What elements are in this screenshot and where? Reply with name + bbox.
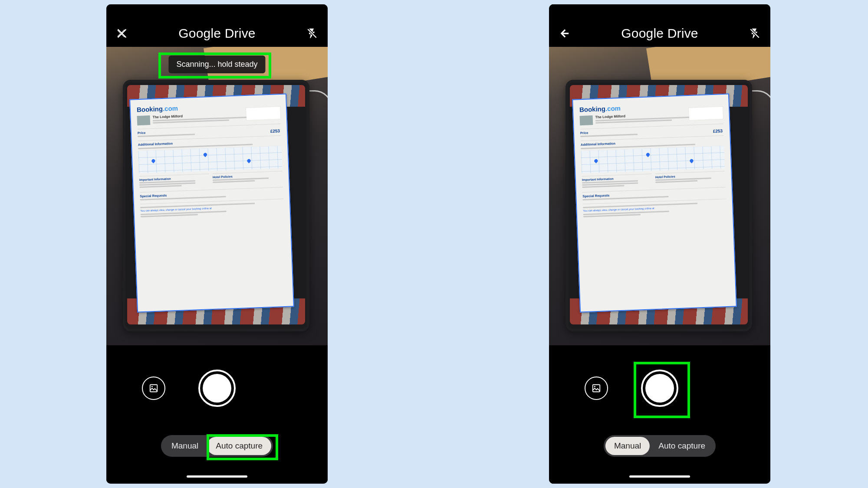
image-icon bbox=[149, 383, 158, 393]
svg-point-3 bbox=[151, 386, 153, 387]
price-value: £253 bbox=[270, 128, 280, 134]
close-icon bbox=[116, 28, 128, 39]
flash-off-icon bbox=[749, 28, 760, 39]
scene-background: Booking.com The Lodge Milford Price £253 bbox=[549, 47, 770, 345]
phone-screenshot-right: Google Drive Booking.com The Lodge Milfo… bbox=[549, 4, 770, 484]
price-value: £253 bbox=[713, 128, 723, 134]
brand-main: Booking bbox=[579, 105, 606, 113]
hotel-thumb bbox=[580, 115, 593, 125]
camera-controls: Manual Auto capture bbox=[549, 345, 770, 484]
flash-off-icon bbox=[306, 28, 318, 39]
shutter-inner bbox=[203, 374, 231, 403]
camera-viewfinder: Booking.com The Lodge Milford Price £253 bbox=[549, 47, 770, 345]
scanned-document: Booking.com The Lodge Milford Price £253 bbox=[129, 94, 294, 313]
gallery-button[interactable] bbox=[585, 377, 608, 400]
image-icon bbox=[592, 383, 601, 393]
manual-mode-pill[interactable]: Manual bbox=[605, 437, 650, 455]
scene-background: Booking.com The Lodge Milford Price £253 bbox=[106, 47, 328, 345]
svg-rect-2 bbox=[150, 385, 158, 392]
camera-viewfinder: Booking.com The Lodge Milford Price £253 bbox=[106, 47, 328, 345]
scanning-toast: Scanning... hold steady bbox=[168, 56, 265, 73]
back-button[interactable] bbox=[558, 26, 572, 40]
shutter-button[interactable] bbox=[198, 370, 236, 407]
shutter-inner bbox=[645, 374, 674, 403]
brand-suffix: .com bbox=[163, 105, 178, 112]
brand-suffix: .com bbox=[605, 105, 621, 112]
hotel-thumb bbox=[137, 115, 151, 125]
flash-toggle-button[interactable] bbox=[305, 26, 319, 40]
gallery-button[interactable] bbox=[142, 377, 165, 400]
auto-capture-mode-pill[interactable]: Auto capture bbox=[650, 437, 714, 455]
document-map bbox=[581, 146, 725, 174]
capture-mode-toggle: Manual Auto capture bbox=[604, 435, 716, 457]
brand-main: Booking bbox=[137, 105, 163, 113]
redaction-box bbox=[689, 107, 723, 120]
app-title: Google Drive bbox=[178, 26, 255, 41]
app-title: Google Drive bbox=[621, 26, 698, 41]
status-bar bbox=[106, 4, 328, 20]
section-price-title: Price bbox=[580, 126, 723, 135]
section-policies-title: Hotel Policies bbox=[213, 173, 283, 179]
document-map bbox=[138, 146, 282, 174]
scanned-document: Booking.com The Lodge Milford Price £253 bbox=[572, 94, 737, 313]
home-indicator[interactable] bbox=[629, 475, 690, 478]
shutter-button[interactable] bbox=[641, 370, 678, 407]
app-bar: Google Drive bbox=[549, 20, 770, 47]
auto-capture-mode-pill[interactable]: Auto capture bbox=[207, 437, 271, 455]
back-icon bbox=[559, 28, 570, 39]
section-important-title: Important Information bbox=[582, 176, 652, 181]
section-important-title: Important Information bbox=[139, 176, 209, 181]
section-policies-title: Hotel Policies bbox=[655, 173, 725, 179]
status-bar bbox=[549, 4, 770, 20]
section-price-title: Price bbox=[138, 126, 281, 135]
app-bar: Google Drive bbox=[106, 20, 328, 47]
close-button[interactable] bbox=[115, 26, 129, 40]
camera-controls: Manual Auto capture bbox=[106, 345, 328, 484]
svg-point-7 bbox=[594, 386, 595, 387]
flash-toggle-button[interactable] bbox=[748, 26, 762, 40]
redaction-box bbox=[246, 107, 280, 120]
manual-mode-pill[interactable]: Manual bbox=[163, 437, 207, 455]
phone-screenshot-left: Google Drive Booking.com The Lodge Milfo… bbox=[106, 4, 328, 484]
home-indicator[interactable] bbox=[187, 475, 247, 478]
svg-rect-6 bbox=[593, 385, 600, 392]
capture-mode-toggle: Manual Auto capture bbox=[161, 435, 273, 457]
